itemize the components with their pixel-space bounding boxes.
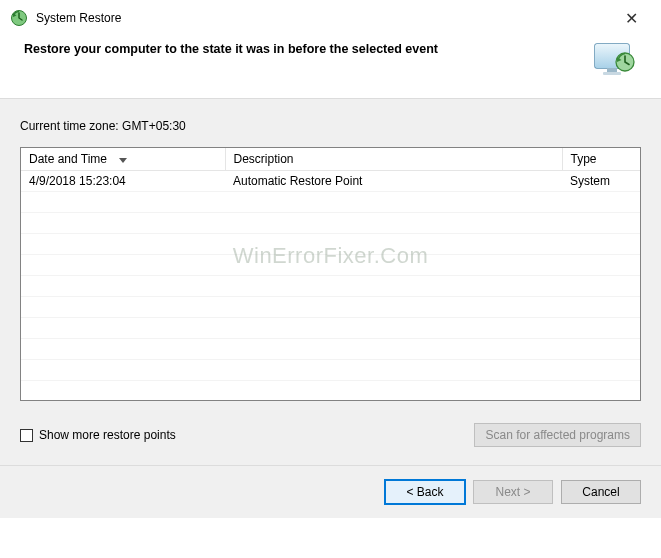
restore-points-table[interactable]: Date and Time Description Type 4/9/2018 … bbox=[20, 147, 641, 401]
cell-datetime: 4/9/2018 15:23:04 bbox=[21, 171, 225, 192]
scan-affected-programs-button[interactable]: Scan for affected programs bbox=[474, 423, 641, 447]
close-button[interactable]: ✕ bbox=[611, 9, 651, 28]
system-restore-icon bbox=[10, 9, 28, 27]
table-row: . bbox=[21, 192, 640, 213]
table-row: . bbox=[21, 318, 640, 339]
table-row: . bbox=[21, 213, 640, 234]
table-row[interactable]: 4/9/2018 15:23:04 Automatic Restore Poin… bbox=[21, 171, 640, 192]
table-row: . bbox=[21, 360, 640, 381]
window-title: System Restore bbox=[36, 11, 611, 25]
checkbox-box[interactable] bbox=[20, 429, 33, 442]
column-header-datetime[interactable]: Date and Time bbox=[21, 148, 225, 171]
content-panel: Current time zone: GMT+05:30 Date and Ti… bbox=[0, 98, 661, 465]
cancel-button[interactable]: Cancel bbox=[561, 480, 641, 504]
header: Restore your computer to the state it wa… bbox=[0, 34, 661, 98]
table-row: . bbox=[21, 255, 640, 276]
svg-rect-4 bbox=[603, 72, 621, 75]
cell-type: System bbox=[562, 171, 640, 192]
timezone-label: Current time zone: GMT+05:30 bbox=[20, 119, 641, 133]
next-button[interactable]: Next > bbox=[473, 480, 553, 504]
table-row: . bbox=[21, 297, 640, 318]
titlebar: System Restore ✕ bbox=[0, 0, 661, 34]
show-more-restore-points-checkbox[interactable]: Show more restore points bbox=[20, 428, 176, 442]
column-header-type[interactable]: Type bbox=[562, 148, 640, 171]
column-header-description[interactable]: Description bbox=[225, 148, 562, 171]
table-row: . bbox=[21, 234, 640, 255]
table-row: . bbox=[21, 276, 640, 297]
wizard-footer: < Back Next > Cancel bbox=[0, 465, 661, 518]
page-heading: Restore your computer to the state it wa… bbox=[24, 40, 593, 56]
svg-rect-3 bbox=[607, 68, 617, 72]
show-more-label: Show more restore points bbox=[39, 428, 176, 442]
cell-description: Automatic Restore Point bbox=[225, 171, 562, 192]
back-button[interactable]: < Back bbox=[385, 480, 465, 504]
restore-monitor-icon bbox=[593, 40, 637, 80]
table-row: . bbox=[21, 339, 640, 360]
